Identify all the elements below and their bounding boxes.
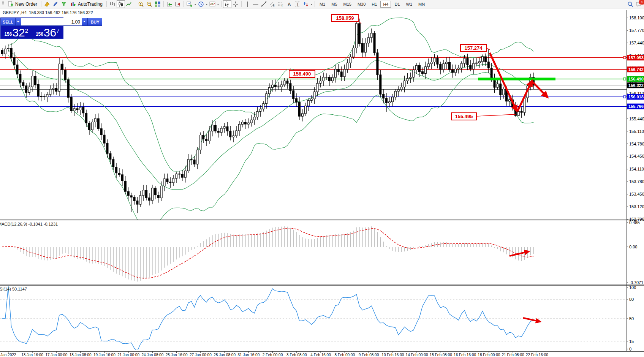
price-callout: 156.490 <box>289 70 315 78</box>
svg-text:0.485: 0.485 <box>629 220 640 225</box>
text-label-icon[interactable]: T <box>293 0 302 8</box>
timeframe-m1-button[interactable]: M1 <box>317 1 328 8</box>
timeframe-m15-button[interactable]: M15 <box>341 1 354 8</box>
time-axis: Jan 202213 Jan 16:0017 Jan 00:0018 Jan 0… <box>0 351 548 357</box>
indicators-list-icon-dropdown[interactable] <box>217 4 219 6</box>
svg-text:A: A <box>288 2 291 7</box>
svg-text:21 Jan 00:00: 21 Jan 00:00 <box>117 353 139 357</box>
notification-badge: 1 <box>639 0 644 5</box>
trendline <box>261 1 267 7</box>
new-chart-icon-dropdown[interactable] <box>194 4 196 6</box>
fibonacci-retracement-icon[interactable]: F <box>277 0 285 8</box>
price-axis: 158.100157.770157.440157.110156.780156.4… <box>627 16 644 221</box>
svg-text:158.100: 158.100 <box>629 16 644 20</box>
sell-price[interactable]: 156322 <box>1 26 32 38</box>
arrows-objects-icon[interactable] <box>302 0 310 8</box>
svg-text:9 Feb 08:00: 9 Feb 08:00 <box>359 353 379 357</box>
search <box>627 1 633 7</box>
one-click-trading-panel: SELL BUY 156322 156367 <box>0 17 63 39</box>
sell-button[interactable]: SELL <box>1 18 15 26</box>
svg-text:156.322: 156.322 <box>628 83 644 88</box>
svg-text:22 Feb 16:00: 22 Feb 16:00 <box>526 353 548 357</box>
new-order-button[interactable]: New Order <box>5 0 40 8</box>
vertical-line-icon[interactable] <box>243 0 252 8</box>
timeframe-h4-button[interactable]: H4 <box>380 1 391 8</box>
new-chart-icon[interactable] <box>185 0 194 8</box>
bars <box>109 1 116 7</box>
svg-text:15 Feb 08:00: 15 Feb 08:00 <box>430 353 452 357</box>
svg-text:155.110: 155.110 <box>629 129 644 134</box>
svg-text:28 Jan 08:00: 28 Jan 08:00 <box>214 353 236 357</box>
toolbar: New OrderAutoTradingEFATM1M5M15M30H1H4D1… <box>0 0 644 8</box>
volume-decrease-button[interactable] <box>16 18 21 25</box>
chart-periods-icon[interactable] <box>197 0 205 8</box>
buy-price[interactable]: 156367 <box>32 26 63 38</box>
signals-icon[interactable] <box>60 0 68 8</box>
timeframe-mn-button[interactable]: MN <box>416 1 427 8</box>
svg-text:Jan 2022: Jan 2022 <box>0 353 16 357</box>
timeframe-w1-button[interactable]: W1 <box>403 1 415 8</box>
auto-scroll-icon[interactable] <box>165 0 174 8</box>
volume-input[interactable] <box>21 18 82 25</box>
svg-text:0.00: 0.00 <box>629 245 637 249</box>
chartshift <box>175 1 181 7</box>
chart-shift-icon[interactable] <box>174 0 182 8</box>
toolbar-separator <box>184 1 184 7</box>
buy-button[interactable]: BUY <box>88 18 102 26</box>
linechart <box>126 1 132 7</box>
zoom-in-icon[interactable] <box>137 0 145 8</box>
svg-text:14 Feb 00:00: 14 Feb 00:00 <box>406 353 428 357</box>
text-icon[interactable]: A <box>285 0 293 8</box>
toolbar-separator <box>163 1 164 7</box>
autotrading-button-label: AutoTrading <box>78 2 103 7</box>
svg-text:153.780: 153.780 <box>629 179 644 184</box>
cursor-icon[interactable] <box>223 0 231 8</box>
svg-text:18 Feb 00:00: 18 Feb 00:00 <box>478 353 500 357</box>
publisher-icon[interactable] <box>51 0 60 8</box>
chart-canvas[interactable]: 158.100157.770157.440157.110156.780156.4… <box>0 0 644 357</box>
line-chart-icon[interactable] <box>125 0 133 8</box>
shapes <box>303 1 309 7</box>
chart-periods-icon-dropdown[interactable] <box>206 4 208 6</box>
textT: T <box>294 1 301 7</box>
price-callout: 158.059 <box>331 14 359 22</box>
arrows-objects-icon-dropdown[interactable] <box>310 4 313 6</box>
search-icon[interactable] <box>626 0 635 8</box>
svg-text:8 Feb 00:00: 8 Feb 00:00 <box>335 353 355 357</box>
neworder <box>8 1 14 7</box>
timeframe-d1-button[interactable]: D1 <box>392 1 402 8</box>
timeframe-h1-button[interactable]: H1 <box>369 1 380 8</box>
timeframe-m5-button[interactable]: M5 <box>329 1 340 8</box>
toolbar-grip <box>2 1 4 7</box>
tile <box>155 1 161 7</box>
svg-text:2 Feb 00:00: 2 Feb 00:00 <box>263 353 283 357</box>
svg-text:157.440: 157.440 <box>629 41 644 45</box>
svg-text:156.018: 156.018 <box>628 95 644 99</box>
volume-increase-button[interactable] <box>82 18 87 25</box>
candlestick-chart-icon[interactable] <box>117 0 125 8</box>
zoom-out-icon[interactable] <box>145 0 153 8</box>
indicators-list-icon[interactable] <box>208 0 217 8</box>
svg-text:10 Feb 16:00: 10 Feb 16:00 <box>381 353 404 357</box>
candles <box>118 1 124 7</box>
metaeditor-icon[interactable] <box>43 0 51 8</box>
bar-chart-icon[interactable] <box>108 0 117 8</box>
crosshair-icon[interactable] <box>231 0 240 8</box>
signal <box>61 1 67 7</box>
svg-text:13 Jan 16:00: 13 Jan 16:00 <box>21 353 43 357</box>
svg-text:17 Jan 00:00: 17 Jan 00:00 <box>45 353 67 357</box>
tile-windows-icon[interactable] <box>153 0 162 8</box>
horizontal-line-icon[interactable] <box>252 0 260 8</box>
equidistant-channel-icon[interactable]: E <box>268 0 277 8</box>
zoomin <box>138 1 144 7</box>
svg-text:157.770: 157.770 <box>629 28 644 33</box>
autotrading-button[interactable]: AutoTrading <box>68 0 105 8</box>
svg-text:154.450: 154.450 <box>629 154 644 158</box>
svg-text:T: T <box>296 2 299 6</box>
trendline-icon[interactable] <box>260 0 268 8</box>
svg-text:100: 100 <box>629 285 636 290</box>
symbol-ohlc-line: GBPJPY-,H4 156.383 156.462 156.176 156.3… <box>3 10 93 15</box>
price-callout: 157.274 <box>460 44 487 52</box>
timeframe-m30-button[interactable]: M30 <box>355 1 368 8</box>
toolbar-separator <box>135 1 135 7</box>
